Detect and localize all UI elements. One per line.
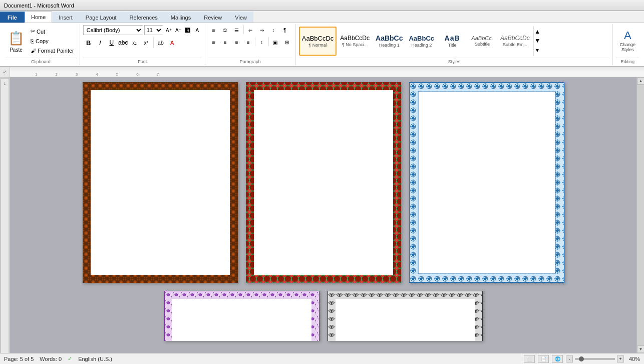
zoom-out-button[interactable]: - bbox=[566, 355, 573, 362]
svg-rect-24 bbox=[246, 275, 401, 283]
print-layout-button[interactable]: ⬜ bbox=[524, 355, 535, 363]
style-normal[interactable]: AaBbCcDc ¶ Normal bbox=[299, 27, 337, 56]
font-family-select[interactable]: Calibri (Body) bbox=[83, 25, 143, 35]
subscript-button[interactable]: x₂ bbox=[129, 37, 140, 48]
font-size-select[interactable]: 11 bbox=[144, 25, 163, 35]
ruler-marks: 1 2 3 4 5 6 7 bbox=[10, 67, 644, 77]
cut-button[interactable]: ✂ Cut bbox=[28, 27, 77, 36]
styles-list: AaBbCcDc ¶ Normal AaBbCcDc ¶ No Spaci...… bbox=[299, 27, 532, 56]
shading-button[interactable]: ▣ bbox=[270, 37, 281, 47]
scroll-track bbox=[637, 85, 644, 345]
tab-insert[interactable]: Insert bbox=[52, 12, 79, 23]
svg-rect-25 bbox=[246, 90, 254, 275]
tab-page-layout[interactable]: Page Layout bbox=[79, 12, 123, 23]
format-painter-button[interactable]: 🖌 Format Painter bbox=[28, 46, 77, 55]
style-no-spacing[interactable]: AaBbCcDc ¶ No Spaci... bbox=[338, 27, 372, 56]
svg-rect-12 bbox=[91, 90, 230, 275]
svg-rect-26 bbox=[393, 90, 401, 275]
font-top-row: Calibri (Body) 11 A⁺ A⁻ 🅰 A bbox=[83, 25, 202, 35]
paste-button[interactable]: 📋 Paste bbox=[5, 26, 27, 56]
font-group: Calibri (Body) 11 A⁺ A⁻ 🅰 A B I U abc x₂… bbox=[80, 24, 205, 65]
line-spacing-button[interactable]: ↕ bbox=[256, 37, 267, 47]
increase-indent-button[interactable]: ⇒ bbox=[256, 25, 267, 35]
language-info: English (U.S.) bbox=[78, 356, 112, 362]
italic-button[interactable]: I bbox=[95, 37, 106, 48]
text-effects-button[interactable]: A bbox=[193, 25, 202, 35]
style-subtitle[interactable]: AaBbCc. Subtitle bbox=[468, 27, 497, 56]
style-heading1[interactable]: AaBbCc Heading 1 bbox=[373, 27, 405, 56]
tab-references[interactable]: References bbox=[123, 12, 164, 23]
style-heading2[interactable]: AaBbCc Heading 2 bbox=[406, 27, 437, 56]
bold-button[interactable]: B bbox=[83, 37, 94, 48]
styles-group: AaBbCcDc ¶ Normal AaBbCcDc ¶ No Spaci...… bbox=[296, 24, 613, 65]
bullets-button[interactable]: ≡ bbox=[208, 25, 219, 35]
show-paragraph-button[interactable]: ¶ bbox=[279, 25, 290, 35]
style-title[interactable]: AaB Title bbox=[438, 27, 467, 56]
copy-button[interactable]: ⎘ Copy bbox=[28, 37, 77, 46]
multilevel-list-button[interactable]: ☰ bbox=[231, 25, 242, 35]
strikethrough-button[interactable]: abc bbox=[118, 37, 129, 48]
tab-view[interactable]: View bbox=[228, 12, 253, 23]
clipboard-group: 📋 Paste ✂ Cut ⎘ Copy 🖌 Format Painter Cl… bbox=[2, 24, 80, 65]
styles-scroll[interactable]: ▲ ▼ ▾ bbox=[533, 26, 541, 56]
font-color-button[interactable]: A bbox=[167, 37, 178, 48]
increase-font-size-button[interactable]: A⁺ bbox=[164, 25, 173, 35]
change-styles-button[interactable]: A ChangeStyles bbox=[616, 28, 639, 55]
zoom-slider[interactable] bbox=[575, 358, 615, 360]
tab-review[interactable]: Review bbox=[197, 12, 228, 23]
clear-format-button[interactable]: 🅰 bbox=[183, 25, 192, 35]
left-sidebar: L bbox=[0, 77, 10, 353]
ribbon: 📋 Paste ✂ Cut ⎘ Copy 🖌 Format Painter Cl… bbox=[0, 23, 644, 67]
svg-rect-41 bbox=[418, 91, 555, 274]
web-layout-button[interactable]: 🌐 bbox=[552, 355, 563, 363]
svg-rect-10 bbox=[83, 90, 91, 275]
full-reading-button[interactable]: 📄 bbox=[538, 355, 549, 363]
document-page-2 bbox=[246, 82, 401, 283]
style-title-preview: AaB bbox=[445, 34, 460, 42]
tab-mailings[interactable]: Mailings bbox=[164, 12, 197, 23]
clipboard-group-label: Clipboard bbox=[5, 58, 77, 64]
align-right-button[interactable]: ≡ bbox=[231, 37, 242, 47]
pages-container bbox=[20, 82, 626, 341]
decrease-font-size-button[interactable]: A⁻ bbox=[174, 25, 183, 35]
style-subtle-em[interactable]: AaBbCcDc Subtle Em... bbox=[498, 27, 532, 56]
page5-svg bbox=[328, 291, 483, 341]
zoom-in-button[interactable]: + bbox=[617, 355, 624, 362]
svg-rect-23 bbox=[246, 82, 401, 90]
underline-button[interactable]: U bbox=[106, 37, 117, 48]
style-h2-preview: AaBbCc bbox=[409, 35, 434, 42]
styles-group-label: Styles bbox=[299, 58, 610, 64]
svg-rect-59 bbox=[328, 291, 483, 299]
svg-rect-9 bbox=[83, 275, 238, 283]
style-subtle-preview: AaBbCcDc bbox=[500, 35, 530, 42]
svg-rect-53 bbox=[172, 299, 311, 341]
document-page-5 bbox=[328, 291, 483, 341]
style-up-icon: ▲ bbox=[534, 28, 540, 35]
svg-rect-39 bbox=[409, 91, 418, 274]
sort-button[interactable]: ↕ bbox=[268, 25, 279, 35]
align-left-button[interactable]: ≡ bbox=[208, 37, 219, 47]
scroll-area[interactable] bbox=[10, 77, 636, 353]
align-center-button[interactable]: ≡ bbox=[220, 37, 231, 47]
svg-rect-63 bbox=[336, 299, 475, 341]
app-title: Document1 - Microsoft Word bbox=[4, 3, 74, 9]
svg-rect-62 bbox=[475, 299, 483, 341]
ruler-corner[interactable]: ↙ bbox=[0, 67, 10, 77]
justify-button[interactable]: ≡ bbox=[243, 37, 254, 47]
paste-icon: 📋 bbox=[8, 29, 24, 47]
numbering-button[interactable]: ① bbox=[220, 25, 231, 35]
tab-file[interactable]: File bbox=[0, 12, 25, 23]
font-group-label: Font bbox=[83, 58, 202, 64]
tab-home[interactable]: Home bbox=[25, 12, 52, 23]
borders-button[interactable]: ⊞ bbox=[281, 37, 292, 47]
horizontal-ruler: 1 2 3 4 5 6 7 bbox=[10, 67, 644, 77]
word-count: Words: 0 bbox=[40, 356, 62, 362]
decrease-indent-button[interactable]: ⇐ bbox=[245, 25, 256, 35]
styles-content: AaBbCcDc ¶ Normal AaBbCcDc ¶ No Spaci...… bbox=[299, 25, 610, 57]
text-highlight-button[interactable]: ab bbox=[155, 37, 166, 48]
scroll-down-button[interactable]: ▼ bbox=[637, 345, 644, 353]
superscript-button[interactable]: x² bbox=[141, 37, 152, 48]
font-size-btns: A⁺ A⁻ 🅰 A bbox=[164, 25, 202, 35]
scroll-up-button[interactable]: ▲ bbox=[637, 77, 644, 85]
svg-rect-40 bbox=[555, 91, 564, 274]
